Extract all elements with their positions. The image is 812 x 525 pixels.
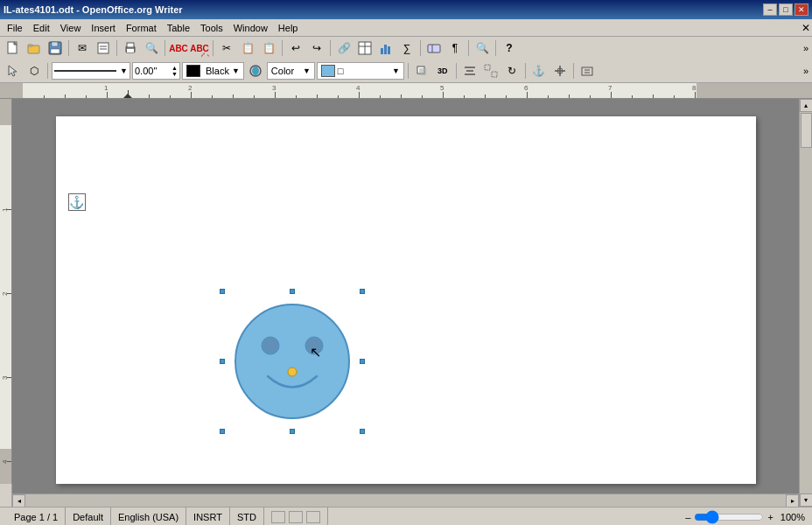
svg-point-38 xyxy=(288,368,297,376)
tb-textbox[interactable] xyxy=(578,61,597,80)
page-style: Default xyxy=(66,508,111,525)
maximize-button[interactable]: □ xyxy=(779,4,793,16)
tb-copy[interactable]: 📋 xyxy=(238,38,257,58)
menu-edit[interactable]: Edit xyxy=(28,19,55,36)
handle-mr[interactable] xyxy=(360,359,365,364)
tb-3d[interactable]: 3D xyxy=(433,61,452,80)
sep12 xyxy=(456,63,457,79)
zoom-out-button[interactable]: – xyxy=(685,512,690,522)
color-selector[interactable]: Black ▼ xyxy=(182,62,244,80)
svg-rect-23 xyxy=(419,68,426,75)
tb-edit[interactable] xyxy=(94,38,113,58)
tb-autocorrect[interactable]: ABC xyxy=(190,38,209,58)
menu-close-icon[interactable]: ✕ xyxy=(802,22,810,34)
tb-paste[interactable]: 📋 xyxy=(259,38,278,58)
tb-redo[interactable]: ↪ xyxy=(307,38,326,58)
insert-mode[interactable]: INSRT xyxy=(186,508,230,525)
ruler-v-canvas xyxy=(0,99,12,484)
minimize-button[interactable]: – xyxy=(763,4,777,16)
color-palette-dropdown[interactable]: □ ▼ xyxy=(317,62,404,80)
zoom-range[interactable] xyxy=(694,510,764,524)
scroll-left-button[interactable]: ◂ xyxy=(12,494,25,508)
sep8 xyxy=(468,40,469,56)
tb-email[interactable]: ✉ xyxy=(73,38,92,58)
tb-align[interactable] xyxy=(460,61,480,80)
color-mode-dropdown[interactable]: Color ▼ xyxy=(267,62,315,80)
tb-table[interactable] xyxy=(355,38,374,58)
menu-format[interactable]: Format xyxy=(121,19,162,36)
scrollbar-v-thumb[interactable] xyxy=(801,113,812,148)
scroll-down-button[interactable]: ▾ xyxy=(800,494,813,507)
menu-view[interactable]: View xyxy=(55,19,87,36)
insert-label: INSRT xyxy=(193,512,222,522)
tb-select[interactable] xyxy=(4,61,23,80)
svg-rect-3 xyxy=(28,45,32,46)
tb-open[interactable] xyxy=(24,38,44,58)
handle-bm[interactable] xyxy=(290,429,295,434)
tb-spellcheck[interactable]: ABC xyxy=(169,38,188,58)
status-icon-2[interactable] xyxy=(289,511,303,523)
title-controls[interactable]: – □ ✕ xyxy=(763,4,808,16)
document-scroll[interactable]: ⚓ xyxy=(12,99,799,507)
status-icon-3[interactable] xyxy=(306,511,320,523)
tb-preview[interactable]: 🔍 xyxy=(142,38,161,58)
scrollbar-h-track[interactable] xyxy=(25,494,786,507)
scrollbar-horizontal[interactable]: ◂ ▸ xyxy=(12,494,799,507)
tb-formula[interactable]: ∑ xyxy=(397,38,416,58)
menu-insert[interactable]: Insert xyxy=(86,19,121,36)
menu-file[interactable]: File xyxy=(2,19,28,36)
scrollbar-v-track[interactable] xyxy=(800,112,812,494)
tb-color-picker[interactable] xyxy=(246,61,265,80)
toolbar-expand[interactable]: » xyxy=(803,43,808,53)
zoom-in-button[interactable]: + xyxy=(767,512,773,522)
zoom-slider[interactable]: – + 100% xyxy=(685,510,805,524)
svg-rect-18 xyxy=(388,46,390,54)
line-style-dropdown[interactable]: ▼ xyxy=(52,62,130,80)
sep5 xyxy=(282,40,283,56)
tb-shadow[interactable] xyxy=(412,61,431,80)
scroll-up-button[interactable]: ▴ xyxy=(800,99,813,112)
tb-points[interactable]: ⬡ xyxy=(24,61,44,80)
svg-rect-16 xyxy=(381,48,383,54)
tb-help[interactable]: ? xyxy=(500,38,519,58)
sep4 xyxy=(213,40,214,56)
tb-save[interactable] xyxy=(46,38,65,58)
svg-rect-5 xyxy=(52,42,58,46)
scrollbar-vertical[interactable]: ▴ ▾ xyxy=(799,99,812,507)
tb-fields[interactable] xyxy=(424,38,444,58)
handle-ml[interactable] xyxy=(220,359,225,364)
tb-chart[interactable] xyxy=(376,38,396,58)
handle-tr[interactable] xyxy=(360,289,365,294)
menu-table[interactable]: Table xyxy=(162,19,195,36)
handle-tm[interactable] xyxy=(290,289,295,294)
scroll-right-button[interactable]: ▸ xyxy=(786,494,799,508)
tb-anchor[interactable]: ⚓ xyxy=(529,61,549,80)
tb-group[interactable] xyxy=(481,61,500,80)
tb-undo[interactable]: ↩ xyxy=(286,38,305,58)
tb-rotate[interactable]: ↻ xyxy=(502,61,522,80)
toolbar2-expand[interactable]: » xyxy=(803,66,808,76)
menu-tools[interactable]: Tools xyxy=(195,19,228,36)
tb-new[interactable] xyxy=(4,38,23,58)
handle-br[interactable] xyxy=(360,429,365,434)
tb-cut[interactable]: ✂ xyxy=(217,38,236,58)
tb-nonprinting[interactable]: ¶ xyxy=(445,38,465,58)
tb-find[interactable]: 🔍 xyxy=(472,38,492,58)
tb-hyperlink[interactable]: 🔗 xyxy=(334,38,354,58)
svg-rect-7 xyxy=(98,43,108,53)
handle-tl[interactable] xyxy=(220,289,225,294)
menu-bar: File Edit View Insert Format Table Tools… xyxy=(0,19,812,37)
anchor-icon[interactable]: ⚓ xyxy=(68,193,86,211)
smiley-svg[interactable] xyxy=(222,291,362,431)
status-icon-1[interactable] xyxy=(271,511,285,523)
smiley-container[interactable]: ↖ xyxy=(222,291,362,433)
line-width-input[interactable]: 0.00" ▲ ▼ xyxy=(132,62,180,80)
tb-print[interactable] xyxy=(121,38,140,58)
tb-position[interactable] xyxy=(550,61,570,80)
handle-bl[interactable] xyxy=(220,429,225,434)
toolbar-row-2: ⬡ ▼ 0.00" ▲ ▼ Black ▼ Color ▼ xyxy=(0,60,812,82)
selection-mode[interactable]: STD xyxy=(230,508,264,525)
menu-window[interactable]: Window xyxy=(228,19,273,36)
menu-help[interactable]: Help xyxy=(273,19,304,36)
close-button[interactable]: ✕ xyxy=(794,4,808,16)
